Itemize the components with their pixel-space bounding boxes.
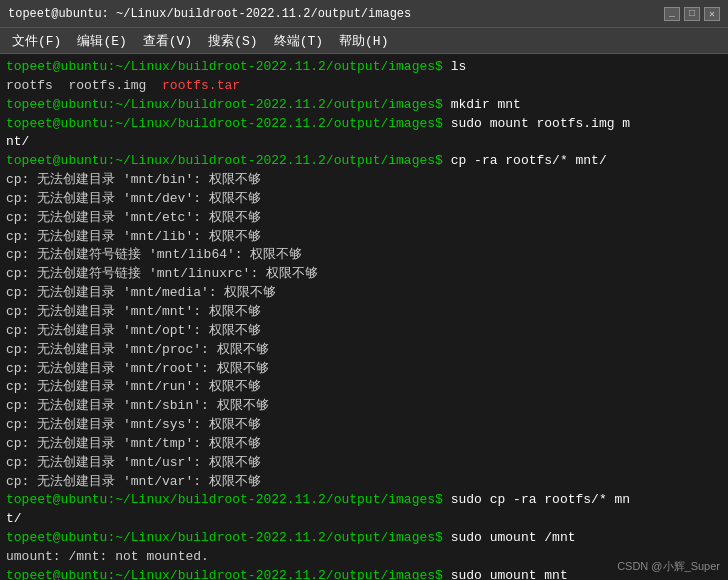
menu-search[interactable]: 搜索(S) [200,30,265,52]
menu-bar: 文件(F) 编辑(E) 查看(V) 搜索(S) 终端(T) 帮助(H) [0,28,728,54]
command-cont: nt/ [6,133,29,152]
menu-edit[interactable]: 编辑(E) [69,30,134,52]
error-text: cp: 无法创建目录 'mnt/mnt': 权限不够 [6,303,261,322]
error-text: umount: /mnt: not mounted. [6,548,209,567]
list-item: cp: 无法创建目录 'mnt/sys': 权限不够 [6,416,722,435]
error-text: cp: 无法创建目录 'mnt/root': 权限不够 [6,360,269,379]
list-item: cp: 无法创建目录 'mnt/sbin': 权限不够 [6,397,722,416]
error-text: cp: 无法创建目录 'mnt/run': 权限不够 [6,378,261,397]
list-item: topeet@ubuntu:~/Linux/buildroot-2022.11.… [6,58,722,77]
window-title: topeet@ubuntu: ~/Linux/buildroot-2022.11… [8,7,411,21]
command: sudo umount mnt [451,567,568,580]
error-text: cp: 无法创建目录 'mnt/usr': 权限不够 [6,454,261,473]
error-text: cp: 无法创建目录 'mnt/dev': 权限不够 [6,190,261,209]
prompt: topeet@ubuntu:~/Linux/buildroot-2022.11.… [6,567,451,580]
list-item: cp: 无法创建目录 'mnt/etc': 权限不够 [6,209,722,228]
list-item: cp: 无法创建目录 'mnt/proc': 权限不够 [6,341,722,360]
error-text: cp: 无法创建目录 'mnt/tmp': 权限不够 [6,435,261,454]
command: sudo mount rootfs.img m [451,115,630,134]
list-item: cp: 无法创建目录 'mnt/mnt': 权限不够 [6,303,722,322]
error-text: cp: 无法创建目录 'mnt/lib': 权限不够 [6,228,261,247]
terminal-body[interactable]: topeet@ubuntu:~/Linux/buildroot-2022.11.… [0,54,728,580]
list-item: umount: /mnt: not mounted. [6,548,722,567]
list-item: cp: 无法创建目录 'mnt/tmp': 权限不够 [6,435,722,454]
list-item: nt/ [6,133,722,152]
window-controls: _ □ ✕ [664,7,720,21]
menu-view[interactable]: 查看(V) [135,30,200,52]
error-text: cp: 无法创建符号链接 'mnt/linuxrc': 权限不够 [6,265,318,284]
list-item: topeet@ubuntu:~/Linux/buildroot-2022.11.… [6,115,722,134]
list-item: topeet@ubuntu:~/Linux/buildroot-2022.11.… [6,529,722,548]
list-item: cp: 无法创建目录 'mnt/var': 权限不够 [6,473,722,492]
list-item: topeet@ubuntu:~/Linux/buildroot-2022.11.… [6,96,722,115]
title-bar: topeet@ubuntu: ~/Linux/buildroot-2022.11… [0,0,728,28]
prompt: topeet@ubuntu:~/Linux/buildroot-2022.11.… [6,529,451,548]
error-text: cp: 无法创建目录 'mnt/proc': 权限不够 [6,341,269,360]
prompt: topeet@ubuntu:~/Linux/buildroot-2022.11.… [6,115,451,134]
list-item: cp: 无法创建目录 'mnt/root': 权限不够 [6,360,722,379]
watermark: CSDN @小辉_Super [617,559,720,574]
list-item: topeet@ubuntu:~/Linux/buildroot-2022.11.… [6,152,722,171]
maximize-button[interactable]: □ [684,7,700,21]
list-item: rootfs rootfs.img rootfs.tar [6,77,722,96]
error-text: cp: 无法创建目录 'mnt/sbin': 权限不够 [6,397,269,416]
error-text: cp: 无法创建目录 'mnt/sys': 权限不够 [6,416,261,435]
prompt: topeet@ubuntu:~/Linux/buildroot-2022.11.… [6,491,451,510]
list-item: cp: 无法创建目录 'mnt/media': 权限不够 [6,284,722,303]
error-text: cp: 无法创建符号链接 'mnt/lib64': 权限不够 [6,246,302,265]
close-button[interactable]: ✕ [704,7,720,21]
list-item: topeet@ubuntu:~/Linux/buildroot-2022.11.… [6,567,722,580]
output-highlight: rootfs.tar [162,77,240,96]
menu-terminal[interactable]: 终端(T) [266,30,331,52]
list-item: cp: 无法创建目录 'mnt/dev': 权限不够 [6,190,722,209]
menu-help[interactable]: 帮助(H) [331,30,396,52]
list-item: cp: 无法创建目录 'mnt/opt': 权限不够 [6,322,722,341]
list-item: cp: 无法创建目录 'mnt/bin': 权限不够 [6,171,722,190]
error-text: cp: 无法创建目录 'mnt/etc': 权限不够 [6,209,261,228]
error-text: cp: 无法创建目录 'mnt/media': 权限不够 [6,284,276,303]
error-text: cp: 无法创建目录 'mnt/var': 权限不够 [6,473,261,492]
error-text: cp: 无法创建目录 'mnt/bin': 权限不够 [6,171,261,190]
output-text: rootfs rootfs.img [6,77,162,96]
list-item: cp: 无法创建符号链接 'mnt/lib64': 权限不够 [6,246,722,265]
command: sudo cp -ra rootfs/* mn [451,491,630,510]
command: sudo umount /mnt [451,529,576,548]
list-item: cp: 无法创建符号链接 'mnt/linuxrc': 权限不够 [6,265,722,284]
prompt: topeet@ubuntu:~/Linux/buildroot-2022.11.… [6,152,451,171]
list-item: cp: 无法创建目录 'mnt/run': 权限不够 [6,378,722,397]
command: mkdir mnt [451,96,521,115]
error-text: cp: 无法创建目录 'mnt/opt': 权限不够 [6,322,261,341]
list-item: topeet@ubuntu:~/Linux/buildroot-2022.11.… [6,491,722,510]
prompt: topeet@ubuntu:~/Linux/buildroot-2022.11.… [6,58,451,77]
command: ls [451,58,467,77]
command: cp -ra rootfs/* mnt/ [451,152,607,171]
menu-file[interactable]: 文件(F) [4,30,69,52]
minimize-button[interactable]: _ [664,7,680,21]
prompt: topeet@ubuntu:~/Linux/buildroot-2022.11.… [6,96,451,115]
command-cont: t/ [6,510,22,529]
list-item: cp: 无法创建目录 'mnt/lib': 权限不够 [6,228,722,247]
list-item: cp: 无法创建目录 'mnt/usr': 权限不够 [6,454,722,473]
list-item: t/ [6,510,722,529]
